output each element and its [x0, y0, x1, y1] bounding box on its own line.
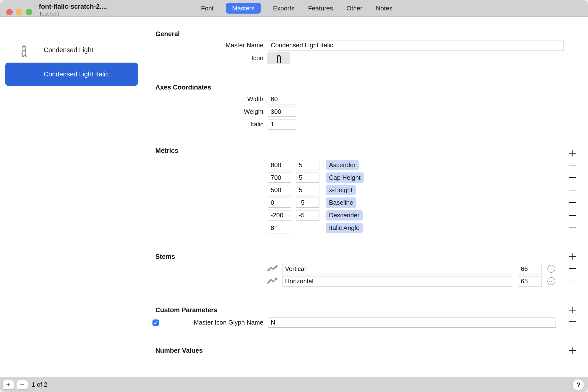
metric-overshoot-input[interactable]: 5	[296, 172, 320, 183]
metric-overshoot-input[interactable]: 5	[296, 185, 320, 195]
custom-parameter-value-input[interactable]: N	[268, 317, 556, 328]
metric-value-input[interactable]: 0	[268, 198, 291, 208]
axis-weight-input[interactable]: 300	[268, 106, 296, 117]
metric-value-input[interactable]: 800	[268, 160, 291, 170]
master-glyph-icon: a	[20, 41, 29, 58]
metric-token-x-height[interactable]: x-Height	[326, 185, 356, 195]
axis-weight-label: Weight	[155, 106, 263, 117]
title-bar: font-italic-scratch-2.... Test font Font…	[0, 0, 588, 17]
stem-value-input[interactable]: 66	[518, 264, 542, 274]
master-icon-button[interactable]: n	[267, 52, 290, 64]
masters-sidebar: a Condensed Light Condensed Light Italic	[0, 17, 140, 377]
bottom-bar: + − 1 of 2 ?	[0, 377, 588, 392]
remove-metric-button[interactable]	[569, 174, 576, 181]
remove-stem-button[interactable]	[569, 278, 576, 284]
tab-other[interactable]: Other	[345, 3, 364, 14]
custom-parameter-name-label: Master Icon Glyph Name	[155, 317, 263, 328]
axis-italic-label: Italic	[155, 119, 263, 130]
section-heading-general: General	[155, 30, 180, 38]
metric-value-input[interactable]: 700	[268, 172, 291, 183]
add-number-value-button[interactable]	[569, 347, 576, 354]
stem-value-input[interactable]: 65	[518, 276, 542, 286]
stem-arrow-icon	[267, 277, 278, 284]
stem-arrow-icon	[267, 265, 278, 272]
stem-options-icon[interactable]: ⋯	[547, 277, 555, 285]
add-stem-button[interactable]	[569, 253, 576, 260]
add-metric-button[interactable]	[569, 150, 576, 156]
axis-width-label: Width	[155, 94, 263, 104]
master-icon-glyph: n	[276, 52, 281, 64]
section-heading-axes: Axes Coordinates	[155, 84, 211, 91]
metric-overshoot-input[interactable]: -5	[296, 210, 320, 220]
metric-token-descender[interactable]: Descender	[326, 210, 363, 220]
remove-metric-button[interactable]	[569, 212, 576, 218]
metric-value-input[interactable]: 8°	[268, 223, 291, 233]
selected-master-label: Condensed Light Italic	[44, 70, 109, 78]
metric-token-cap-height[interactable]: Cap Height	[326, 172, 364, 183]
metric-token-baseline[interactable]: Baseline	[326, 198, 356, 208]
add-master-button[interactable]: +	[3, 380, 14, 389]
minimize-window-icon[interactable]	[16, 9, 22, 15]
remove-stem-button[interactable]	[569, 265, 576, 272]
tab-notes[interactable]: Notes	[374, 3, 394, 14]
section-heading-metrics: Metrics	[155, 147, 178, 154]
zoom-window-icon[interactable]	[26, 9, 32, 15]
remove-metric-button[interactable]	[569, 162, 576, 168]
section-heading-number-values: Number Values	[155, 347, 203, 354]
document-title: font-italic-scratch-2....	[39, 3, 107, 10]
add-custom-parameter-button[interactable]	[569, 306, 576, 314]
metric-value-input[interactable]: 500	[268, 185, 291, 195]
sidebar-item-condensed-light-italic[interactable]: Condensed Light Italic	[5, 62, 138, 86]
remove-master-button[interactable]: −	[16, 380, 28, 389]
remove-metric-button[interactable]	[569, 224, 576, 231]
tab-masters[interactable]: Masters	[226, 3, 261, 14]
metric-value-input[interactable]: -200	[268, 210, 291, 220]
remove-metric-button[interactable]	[569, 186, 576, 193]
tab-exports[interactable]: Exports	[272, 3, 296, 14]
stem-options-icon[interactable]: ⋯	[547, 265, 555, 273]
tab-features[interactable]: Features	[307, 3, 335, 14]
axis-italic-input[interactable]: 1	[268, 119, 296, 130]
stem-name-input[interactable]: Vertical	[282, 264, 512, 274]
metric-token-italic-angle[interactable]: Italic Angle	[326, 223, 363, 233]
stem-name-input[interactable]: Horizontal	[282, 276, 512, 286]
master-name-label: Master Name	[155, 40, 263, 50]
document-subtitle: Test font	[39, 11, 59, 17]
section-heading-stems: Stems	[155, 253, 175, 260]
sidebar-item-condensed-light[interactable]: Condensed Light	[44, 46, 93, 54]
close-window-icon[interactable]	[6, 9, 13, 15]
app-window: font-italic-scratch-2.... Test font Font…	[0, 0, 588, 392]
master-name-input[interactable]: Condensed Light Italic	[268, 40, 564, 50]
metric-overshoot-input[interactable]: 5	[296, 160, 320, 170]
section-heading-custom-parameters: Custom Parameters	[155, 306, 217, 314]
remove-metric-button[interactable]	[569, 199, 576, 206]
metric-token-ascender[interactable]: Ascender	[326, 160, 359, 170]
icon-label: Icon	[155, 52, 263, 64]
help-button[interactable]: ?	[573, 380, 584, 390]
metric-overshoot-input[interactable]: -5	[296, 198, 320, 208]
tab-bar: Font Masters Exports Features Other Note…	[200, 3, 394, 14]
master-count-label: 1 of 2	[32, 381, 47, 388]
remove-custom-parameter-button[interactable]	[569, 318, 576, 325]
axis-width-input[interactable]: 60	[268, 94, 296, 104]
tab-font[interactable]: Font	[200, 3, 215, 14]
